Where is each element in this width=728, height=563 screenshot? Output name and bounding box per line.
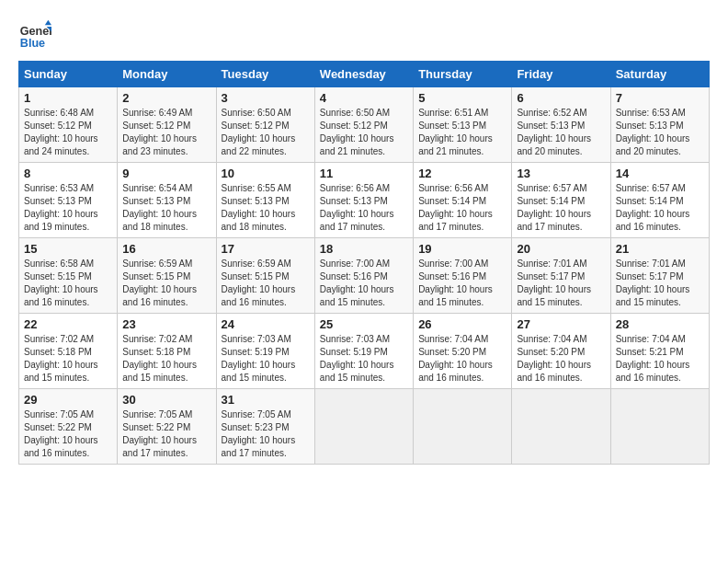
col-header-monday: Monday: [118, 62, 216, 87]
day-cell: 7Sunrise: 6:53 AM Sunset: 5:13 PM Daylig…: [610, 87, 709, 163]
day-number: 5: [418, 91, 506, 105]
week-row-5: 29Sunrise: 7:05 AM Sunset: 5:22 PM Dayli…: [19, 389, 710, 465]
day-info: Sunrise: 7:01 AM Sunset: 5:17 PM Dayligh…: [517, 258, 605, 309]
day-number: 15: [24, 242, 112, 256]
week-row-3: 15Sunrise: 6:58 AM Sunset: 5:15 PM Dayli…: [19, 238, 710, 314]
day-number: 30: [122, 393, 210, 407]
day-number: 16: [122, 242, 210, 256]
day-cell: 12Sunrise: 6:56 AM Sunset: 5:14 PM Dayli…: [414, 163, 512, 238]
day-info: Sunrise: 7:00 AM Sunset: 5:16 PM Dayligh…: [320, 258, 408, 309]
day-number: 31: [222, 393, 310, 407]
day-cell: 31Sunrise: 7:05 AM Sunset: 5:23 PM Dayli…: [216, 389, 314, 465]
day-cell: 14Sunrise: 6:57 AM Sunset: 5:14 PM Dayli…: [610, 163, 709, 238]
day-info: Sunrise: 6:56 AM Sunset: 5:13 PM Dayligh…: [320, 182, 408, 234]
day-number: 27: [517, 317, 605, 331]
day-number: 1: [24, 91, 112, 105]
day-number: 13: [517, 167, 605, 180]
day-cell: 23Sunrise: 7:02 AM Sunset: 5:18 PM Dayli…: [118, 314, 216, 389]
day-cell: 11Sunrise: 6:56 AM Sunset: 5:13 PM Dayli…: [314, 163, 413, 238]
day-info: Sunrise: 7:02 AM Sunset: 5:18 PM Dayligh…: [122, 333, 210, 385]
day-info: Sunrise: 6:59 AM Sunset: 5:15 PM Dayligh…: [122, 258, 210, 309]
day-cell: 10Sunrise: 6:55 AM Sunset: 5:13 PM Dayli…: [216, 163, 314, 238]
day-number: 21: [616, 242, 704, 256]
day-cell: 29Sunrise: 7:05 AM Sunset: 5:22 PM Dayli…: [19, 389, 118, 465]
day-info: Sunrise: 7:02 AM Sunset: 5:18 PM Dayligh…: [24, 333, 112, 385]
day-number: 18: [320, 242, 408, 256]
day-info: Sunrise: 6:48 AM Sunset: 5:12 PM Dayligh…: [24, 107, 112, 158]
day-number: 3: [222, 91, 310, 105]
day-info: Sunrise: 7:01 AM Sunset: 5:17 PM Dayligh…: [616, 258, 704, 309]
svg-marker-2: [45, 20, 51, 25]
day-cell: 16Sunrise: 6:59 AM Sunset: 5:15 PM Dayli…: [118, 238, 216, 314]
col-header-saturday: Saturday: [610, 62, 709, 87]
day-info: Sunrise: 7:00 AM Sunset: 5:16 PM Dayligh…: [418, 258, 506, 309]
day-number: 24: [222, 317, 310, 331]
day-cell: 20Sunrise: 7:01 AM Sunset: 5:17 PM Dayli…: [512, 238, 610, 314]
day-cell: 5Sunrise: 6:51 AM Sunset: 5:13 PM Daylig…: [414, 87, 512, 163]
day-number: 4: [320, 91, 408, 105]
day-info: Sunrise: 7:05 AM Sunset: 5:22 PM Dayligh…: [122, 408, 210, 460]
day-info: Sunrise: 7:05 AM Sunset: 5:23 PM Dayligh…: [222, 408, 310, 460]
day-cell: 4Sunrise: 6:50 AM Sunset: 5:12 PM Daylig…: [314, 87, 413, 163]
day-cell: 13Sunrise: 6:57 AM Sunset: 5:14 PM Dayli…: [512, 163, 610, 238]
day-cell: 18Sunrise: 7:00 AM Sunset: 5:16 PM Dayli…: [314, 238, 413, 314]
col-header-wednesday: Wednesday: [314, 62, 413, 87]
day-info: Sunrise: 6:50 AM Sunset: 5:12 PM Dayligh…: [222, 107, 310, 158]
day-number: 19: [418, 242, 506, 256]
day-number: 12: [418, 167, 506, 180]
day-cell: 21Sunrise: 7:01 AM Sunset: 5:17 PM Dayli…: [610, 238, 709, 314]
day-number: 26: [418, 317, 506, 331]
day-number: 20: [517, 242, 605, 256]
day-cell: 9Sunrise: 6:54 AM Sunset: 5:13 PM Daylig…: [118, 163, 216, 238]
col-header-friday: Friday: [512, 62, 610, 87]
day-cell: 22Sunrise: 7:02 AM Sunset: 5:18 PM Dayli…: [19, 314, 118, 389]
day-info: Sunrise: 6:49 AM Sunset: 5:12 PM Dayligh…: [122, 107, 210, 158]
logo: General Blue: [18, 18, 51, 52]
day-cell: 3Sunrise: 6:50 AM Sunset: 5:12 PM Daylig…: [216, 87, 314, 163]
day-info: Sunrise: 6:59 AM Sunset: 5:15 PM Dayligh…: [222, 258, 310, 309]
day-cell: 6Sunrise: 6:52 AM Sunset: 5:13 PM Daylig…: [512, 87, 610, 163]
col-header-thursday: Thursday: [414, 62, 512, 87]
day-cell: 15Sunrise: 6:58 AM Sunset: 5:15 PM Dayli…: [19, 238, 118, 314]
day-cell: [512, 389, 610, 465]
day-info: Sunrise: 6:54 AM Sunset: 5:13 PM Dayligh…: [122, 182, 210, 234]
day-number: 9: [122, 167, 210, 180]
day-info: Sunrise: 7:03 AM Sunset: 5:19 PM Dayligh…: [222, 333, 310, 385]
day-cell: 27Sunrise: 7:04 AM Sunset: 5:20 PM Dayli…: [512, 314, 610, 389]
col-header-tuesday: Tuesday: [216, 62, 314, 87]
day-info: Sunrise: 6:53 AM Sunset: 5:13 PM Dayligh…: [24, 182, 112, 234]
day-cell: [414, 389, 512, 465]
day-cell: 26Sunrise: 7:04 AM Sunset: 5:20 PM Dayli…: [414, 314, 512, 389]
day-number: 29: [24, 393, 112, 407]
day-number: 2: [122, 91, 210, 105]
day-number: 10: [222, 167, 310, 180]
calendar-table: SundayMondayTuesdayWednesdayThursdayFrid…: [18, 61, 710, 465]
day-info: Sunrise: 6:57 AM Sunset: 5:14 PM Dayligh…: [616, 182, 704, 234]
day-number: 7: [616, 91, 704, 105]
page-header: General Blue: [18, 18, 710, 52]
day-number: 14: [616, 167, 704, 180]
day-info: Sunrise: 7:03 AM Sunset: 5:19 PM Dayligh…: [320, 333, 408, 385]
day-number: 8: [24, 167, 112, 180]
day-cell: 1Sunrise: 6:48 AM Sunset: 5:12 PM Daylig…: [19, 87, 118, 163]
day-number: 22: [24, 317, 112, 331]
day-cell: 17Sunrise: 6:59 AM Sunset: 5:15 PM Dayli…: [216, 238, 314, 314]
week-row-1: 1Sunrise: 6:48 AM Sunset: 5:12 PM Daylig…: [19, 87, 710, 163]
day-cell: 25Sunrise: 7:03 AM Sunset: 5:19 PM Dayli…: [314, 314, 413, 389]
week-row-2: 8Sunrise: 6:53 AM Sunset: 5:13 PM Daylig…: [19, 163, 710, 238]
day-cell: 24Sunrise: 7:03 AM Sunset: 5:19 PM Dayli…: [216, 314, 314, 389]
header-row: SundayMondayTuesdayWednesdayThursdayFrid…: [19, 62, 710, 87]
day-cell: 2Sunrise: 6:49 AM Sunset: 5:12 PM Daylig…: [118, 87, 216, 163]
logo-icon: General Blue: [18, 18, 51, 52]
day-cell: 30Sunrise: 7:05 AM Sunset: 5:22 PM Dayli…: [118, 389, 216, 465]
day-info: Sunrise: 6:51 AM Sunset: 5:13 PM Dayligh…: [418, 107, 506, 158]
day-cell: 8Sunrise: 6:53 AM Sunset: 5:13 PM Daylig…: [19, 163, 118, 238]
day-number: 11: [320, 167, 408, 180]
day-info: Sunrise: 7:04 AM Sunset: 5:20 PM Dayligh…: [418, 333, 506, 385]
day-number: 6: [517, 91, 605, 105]
day-number: 17: [222, 242, 310, 256]
day-number: 28: [616, 317, 704, 331]
day-number: 23: [122, 317, 210, 331]
day-info: Sunrise: 7:05 AM Sunset: 5:22 PM Dayligh…: [24, 408, 112, 460]
day-info: Sunrise: 7:04 AM Sunset: 5:20 PM Dayligh…: [517, 333, 605, 385]
